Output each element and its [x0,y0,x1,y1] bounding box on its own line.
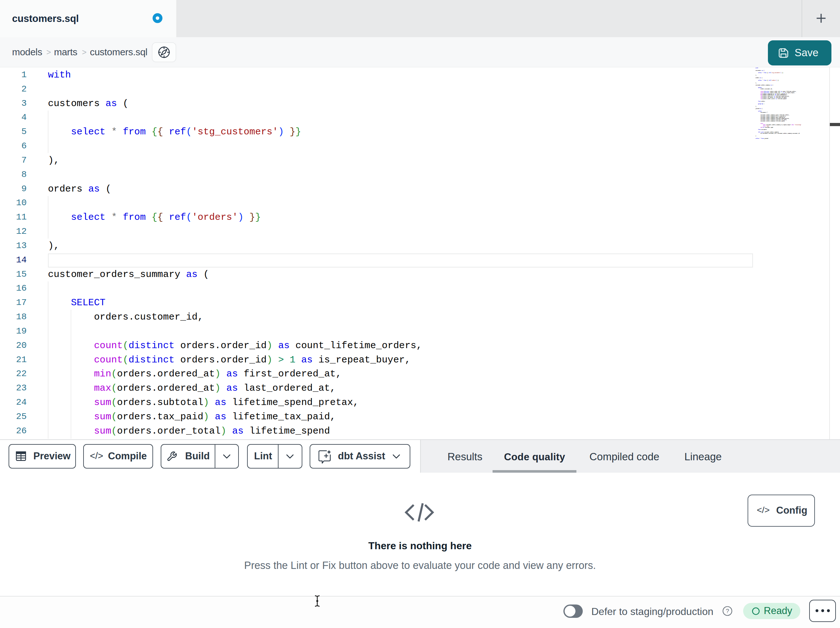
svg-text:?: ? [726,607,729,614]
